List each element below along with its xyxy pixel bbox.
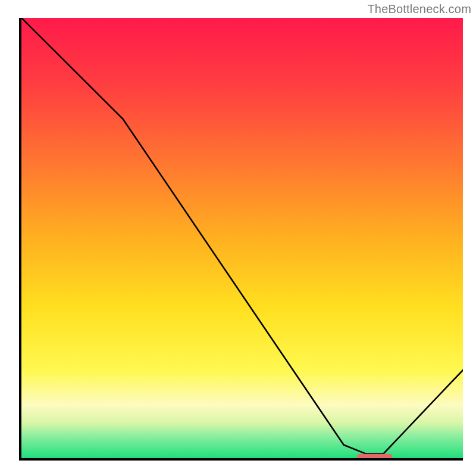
bottleneck-curve xyxy=(21,18,463,454)
watermark-label: TheBottleneck.com xyxy=(367,2,471,16)
plot-area xyxy=(19,18,463,461)
chart-svg xyxy=(21,18,463,458)
optimal-marker xyxy=(357,454,392,458)
